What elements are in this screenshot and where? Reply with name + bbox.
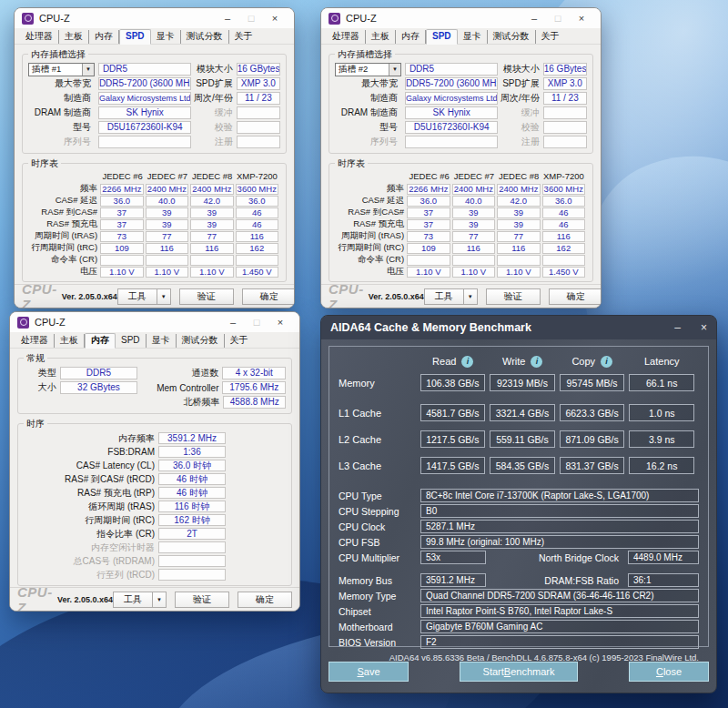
channels-label: 通道数 xyxy=(137,367,222,379)
minimize-icon[interactable]: – xyxy=(216,13,239,24)
part-number-label: 型号 xyxy=(28,121,95,134)
tab-mainboard[interactable]: 主板 xyxy=(366,30,396,44)
tab-graphics[interactable]: 显卡 xyxy=(151,30,181,44)
ok-button[interactable]: 确定 xyxy=(242,288,295,305)
tools-dropdown-icon[interactable]: ▼ xyxy=(464,288,478,305)
close-button[interactable]: Close xyxy=(629,662,709,682)
tab-spd[interactable]: SPD xyxy=(119,29,151,45)
timing-row: 命令率 (CR) xyxy=(28,254,280,266)
timing-col-header: JEDEC #8 xyxy=(191,171,234,181)
buffered-field xyxy=(237,106,280,119)
close-icon[interactable]: × xyxy=(701,321,707,334)
tab-graphics[interactable]: 显卡 xyxy=(147,334,177,348)
window-title: AIDA64 Cache & Memory Benchmark xyxy=(330,321,531,334)
tab-about[interactable]: 关于 xyxy=(536,30,565,44)
timing-value: 3600 MHz xyxy=(542,184,585,195)
tab-mainboard[interactable]: 主板 xyxy=(59,30,89,44)
close-icon[interactable]: × xyxy=(570,13,593,24)
timing-value xyxy=(542,255,585,266)
button-bar: Save Start Benchmark Close xyxy=(329,662,709,682)
timing-value: 2266 MHz xyxy=(407,184,450,195)
timing-value: 46 xyxy=(542,207,585,218)
tab-spd[interactable]: SPD xyxy=(426,29,458,45)
tab-bench[interactable]: 测试分数 xyxy=(488,30,536,44)
validate-button[interactable]: 验证 xyxy=(486,288,541,305)
timing-value xyxy=(190,255,233,266)
timing-value: 46 时钟 xyxy=(158,487,226,499)
bench-row-l1: L1 Cache 4581.7 GB/s 3321.4 GB/s 6623.3 … xyxy=(339,404,699,421)
ok-button[interactable]: 确定 xyxy=(238,592,292,608)
tab-bench[interactable]: 测试分数 xyxy=(177,334,225,348)
tab-about[interactable]: 关于 xyxy=(225,334,254,348)
tab-memory[interactable]: 内存 xyxy=(396,30,426,44)
title-bar[interactable]: CPU-Z – □ × xyxy=(321,8,601,28)
minimize-icon[interactable]: – xyxy=(674,321,681,334)
chevron-down-icon[interactable]: ▼ xyxy=(389,64,400,76)
tab-mainboard[interactable]: 主板 xyxy=(55,334,85,348)
tools-dropdown-icon[interactable]: ▼ xyxy=(153,592,167,608)
correction-field xyxy=(237,121,280,134)
correction-field xyxy=(543,121,587,134)
bios-version-label: BIOS Version xyxy=(339,637,420,648)
title-bar[interactable]: CPU-Z – □ × xyxy=(10,312,299,332)
timing-row-label: 频率 xyxy=(28,183,100,195)
timing-value: 116 xyxy=(190,243,233,254)
tab-memory[interactable]: 内存 xyxy=(89,30,119,44)
tools-dropdown-icon[interactable]: ▼ xyxy=(157,288,171,305)
close-icon[interactable]: × xyxy=(263,13,287,24)
bench-value: 4581.7 GB/s xyxy=(420,404,486,421)
tab-spd[interactable]: SPD xyxy=(116,334,147,348)
timing-value: 1.10 V xyxy=(497,267,540,278)
minimize-icon[interactable]: – xyxy=(221,317,245,328)
start-benchmark-button[interactable]: Start Benchmark xyxy=(460,662,578,682)
timing-row: RAS# 预充电 37 39 39 46 xyxy=(28,218,280,230)
timing-value: 162 时钟 xyxy=(158,514,226,526)
slot-select[interactable]: 插槽 #2 ▼ xyxy=(335,63,401,76)
validate-button[interactable]: 验证 xyxy=(175,592,229,608)
title-bar[interactable]: AIDA64 Cache & Memory Benchmark – × xyxy=(321,316,716,339)
tools-button[interactable]: 工具 xyxy=(113,592,153,608)
tab-about[interactable]: 关于 xyxy=(229,30,258,44)
save-button[interactable]: Save xyxy=(329,662,409,682)
maximize-icon[interactable]: □ xyxy=(245,317,268,328)
ok-button[interactable]: 确定 xyxy=(549,288,602,305)
spd-ext-field: XMP 3.0 xyxy=(237,77,280,90)
tab-cpu[interactable]: 处理器 xyxy=(327,30,366,44)
tab-graphics[interactable]: 显卡 xyxy=(458,30,488,44)
timing-row-label: 周期时间 (tRAS) xyxy=(28,230,100,242)
registered-field xyxy=(543,136,587,148)
tab-memory[interactable]: 内存 xyxy=(85,333,116,349)
slot-selected-value: 插槽 #2 xyxy=(339,64,368,76)
timing-value: 39 xyxy=(146,207,188,218)
chevron-down-icon[interactable]: ▼ xyxy=(82,64,94,76)
timing-value: 37 xyxy=(407,207,450,218)
timing-row-label: 命令率 (CR) xyxy=(335,254,407,266)
correction-label: 校验 xyxy=(498,121,542,134)
info-icon[interactable]: i xyxy=(601,356,612,368)
tools-button[interactable]: 工具 xyxy=(117,288,157,305)
timing-label: CAS# Latency (CL) xyxy=(24,460,158,470)
minimize-icon[interactable]: – xyxy=(522,13,546,24)
slot-select[interactable]: 插槽 #1 ▼ xyxy=(28,63,95,76)
info-icon[interactable]: i xyxy=(531,356,542,368)
timing-row-label: RAS# 到CAS# xyxy=(28,207,100,218)
timing-value: 1.450 V xyxy=(236,267,278,278)
maximize-icon[interactable]: □ xyxy=(239,13,263,24)
timing-value: 39 xyxy=(497,219,540,230)
timing-row-label: 电压 xyxy=(28,266,100,278)
maximize-icon[interactable]: □ xyxy=(546,13,570,24)
title-bar[interactable]: CPU-Z – □ × xyxy=(15,8,294,28)
timing-row: 周期时间 (tRAS) 73 77 77 116 xyxy=(335,230,587,242)
tab-cpu[interactable]: 处理器 xyxy=(15,334,55,348)
tab-cpu[interactable]: 处理器 xyxy=(20,30,59,44)
cpu-fsb-value: 99.8 MHz (original: 100 MHz) xyxy=(420,535,699,549)
close-icon[interactable]: × xyxy=(268,317,292,328)
window-title: CPU-Z xyxy=(39,13,70,24)
validate-button[interactable]: 验证 xyxy=(179,288,234,305)
tools-button[interactable]: 工具 xyxy=(424,288,464,305)
info-icon[interactable]: i xyxy=(461,356,473,368)
bench-value: 831.37 GB/s xyxy=(560,457,625,474)
tab-bench[interactable]: 测试分数 xyxy=(181,30,229,44)
serial-field xyxy=(405,136,498,148)
bench-value: 92319 MB/s xyxy=(490,374,555,391)
